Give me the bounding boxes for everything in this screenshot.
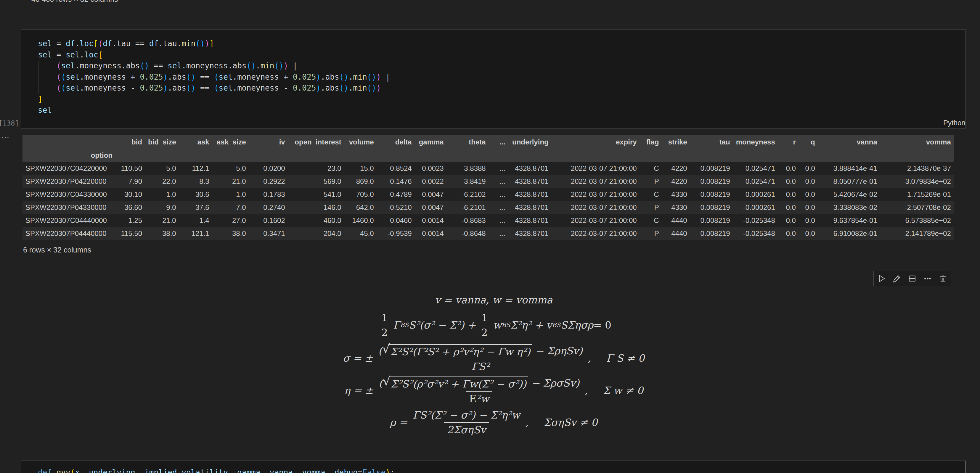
table-cell: 1.0 (145, 188, 179, 201)
table-row: SPXW220307P0433000036.609.037.67.00.2740… (22, 201, 954, 214)
table-cell: -3.8388 (447, 162, 489, 175)
next-code-cell[interactable]: def gvv(x, underlying, implied_volatilit… (21, 460, 966, 473)
table-cell: 2022-03-07 21:00:00 (552, 214, 640, 227)
code-cell[interactable]: sel = df.loc[(df.tau == df.tau.min())]se… (21, 29, 966, 129)
table-cell: 1.0 (212, 188, 249, 201)
table-cell: 1.25 (116, 214, 145, 227)
table-cell: 0.3471 (249, 227, 288, 240)
table-cell: 3.338083e-02 (818, 201, 880, 214)
delete-cell-button[interactable] (937, 273, 949, 284)
split-cell-button[interactable] (906, 273, 918, 284)
code-line: def gvv(x, underlying, implied_volatilit… (38, 467, 395, 473)
table-cell: 0.0200 (249, 162, 288, 175)
cell-language-picker[interactable]: Python (943, 119, 966, 127)
table-cell: 4328.8701 (508, 162, 552, 175)
table-cell: 0.0014 (415, 214, 447, 227)
table-cell: 0.0 (799, 175, 818, 188)
table-cell: 9.0 (145, 201, 179, 214)
ellipsis-icon (923, 274, 932, 283)
row-index: SPXW220307P04220000 (22, 175, 116, 188)
header-blank (344, 149, 377, 162)
table-cell: P (640, 227, 662, 240)
code-line: ((sel.moneyness - 0.025).abs() == (sel.m… (38, 83, 390, 94)
table-cell: 0.0014 (415, 227, 447, 240)
table-cell: 21.0 (212, 175, 249, 188)
header-blank (489, 149, 508, 162)
output-gutter-ellipsis-icon[interactable]: ⋯ (1, 133, 10, 142)
table-cell: 0.0023 (415, 162, 447, 175)
edit-cell-button[interactable] (891, 273, 903, 284)
table-row: SPXW220307C04220000110.505.0112.15.00.02… (22, 162, 954, 175)
table-cell: 0.025471 (733, 162, 778, 175)
table-cell: 0.8524 (377, 162, 415, 175)
table-cell: 0.008219 (690, 162, 733, 175)
table-cell: ... (489, 201, 508, 214)
table-cell: -0.9539 (377, 227, 415, 240)
table-cell: 38.0 (145, 227, 179, 240)
table-cell: 2.141789e+02 (880, 227, 954, 240)
more-actions-button[interactable] (922, 273, 934, 284)
column-header: gamma (415, 135, 447, 149)
header-blank (447, 149, 489, 162)
table-cell: 0.0 (799, 201, 818, 214)
column-header: ask (179, 135, 212, 149)
table-cell: 7.90 (116, 175, 145, 188)
column-header: tau (690, 135, 733, 149)
table-cell: 0.0 (799, 162, 818, 175)
formula-sigma: σ = ±(√Σ²S²(Γ²S² + ρ²v²η² − Γw η²) − Σρη… (21, 340, 967, 377)
table-cell: -0.025348 (733, 214, 778, 227)
dataframe-table: bidbid_sizeaskask_sizeivopen_interestvol… (22, 135, 954, 240)
pencil-icon (892, 274, 901, 283)
column-header: open_interest (288, 135, 344, 149)
table-cell: 4330 (662, 201, 690, 214)
table-cell: 0.0 (778, 227, 799, 240)
header-blank (508, 149, 552, 162)
header-blank (818, 149, 880, 162)
table-cell: 0.1783 (249, 188, 288, 201)
table-cell: C (640, 214, 662, 227)
table-cell: P (640, 201, 662, 214)
table-cell: 0.0 (799, 227, 818, 240)
table-cell: 37.6 (179, 201, 212, 214)
table-cell: 1.715269e-01 (880, 188, 954, 201)
table-cell: 121.1 (179, 227, 212, 240)
table-row: SPXW220307P042200007.9022.08.321.00.2922… (22, 175, 954, 188)
table-cell: 2022-03-07 21:00:00 (552, 162, 640, 175)
row-index: SPXW220307C04220000 (22, 162, 116, 175)
split-cell-icon (908, 274, 916, 283)
code-line: sel = df.loc[(df.tau == df.tau.min())] (38, 38, 390, 49)
header-blank (552, 149, 640, 162)
table-cell: -0.1476 (377, 175, 415, 188)
table-cell: -0.5210 (377, 201, 415, 214)
table-cell: 8.3 (179, 175, 212, 188)
table-cell: 6.910082e-01 (818, 227, 880, 240)
table-cell: 5.0 (212, 162, 249, 175)
table-cell: -6.2102 (447, 188, 489, 201)
index-name-header: option (22, 149, 116, 162)
table-cell: 0.008219 (690, 201, 733, 214)
header-blank (116, 149, 145, 162)
row-index: SPXW220307C04330000 (22, 188, 116, 201)
column-header: delta (377, 135, 415, 149)
code-editor[interactable]: sel = df.loc[(df.tau == df.tau.min())]se… (38, 38, 390, 116)
table-cell: C (640, 162, 662, 175)
notebook-page: { "window": { "top_status_text": "40 400… (0, 0, 980, 473)
header-blank (212, 149, 249, 162)
code-editor[interactable]: def gvv(x, underlying, implied_volatilit… (38, 467, 395, 473)
table-cell: -0.8648 (447, 227, 489, 240)
table-cell: 2022-03-07 21:00:00 (552, 188, 640, 201)
table-row: SPXW220307P04440000115.5038.0121.138.00.… (22, 227, 954, 240)
table-cell: 2022-03-07 21:00:00 (552, 201, 640, 214)
table-cell: ... (489, 214, 508, 227)
run-cell-button[interactable] (875, 273, 887, 284)
table-cell: 0.0 (799, 214, 818, 227)
header-blank (415, 149, 447, 162)
table-cell: 2022-03-07 21:00:00 (552, 175, 640, 188)
table-cell: ... (489, 227, 508, 240)
table-cell: 3.079834e+02 (880, 175, 954, 188)
table-cell: 642.0 (344, 201, 377, 214)
table-cell: 6.573885e+02 (880, 214, 954, 227)
row-index: SPXW220307P04330000 (22, 201, 116, 214)
table-cell: 4328.8701 (508, 201, 552, 214)
column-header: q (799, 135, 818, 149)
